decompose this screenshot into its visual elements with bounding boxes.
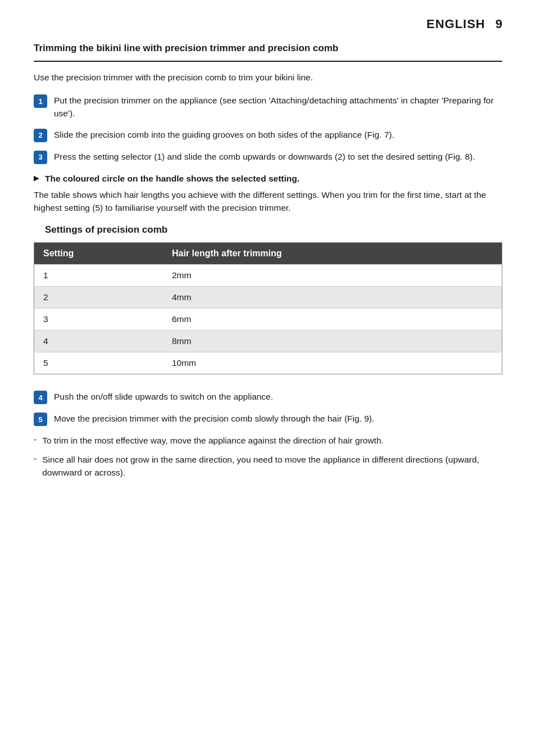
step-item-3: 3 Press the setting selector (1) and sli… [34, 150, 502, 164]
dash-item: -Since all hair does not grow in the sam… [34, 453, 502, 479]
table-cell: 3 [34, 309, 163, 331]
dash-text: To trim in the most effective way, move … [42, 434, 384, 447]
step-text-4: Push the on/off slide upwards to switch … [54, 390, 273, 403]
col-header-setting: Setting [34, 243, 163, 265]
step-item-2: 2 Slide the precision comb into the guid… [34, 128, 502, 142]
dash-list: -To trim in the most effective way, move… [34, 434, 502, 479]
bullet-text: The coloured circle on the handle shows … [45, 172, 299, 185]
step-badge-1: 1 [34, 94, 47, 108]
step-badge-2: 2 [34, 129, 47, 142]
subsection-title: Settings of precision comb [45, 224, 502, 236]
header: ENGLISH 9 [34, 17, 502, 31]
table-row: 48mm [34, 331, 502, 352]
table-row: 24mm [34, 287, 502, 309]
dash-text: Since all hair does not grow in the same… [42, 453, 502, 479]
section-title: Trimming the bikini line with precision … [34, 42, 502, 55]
dash-item: -To trim in the most effective way, move… [34, 434, 502, 447]
col-header-hair-length: Hair length after trimming [163, 243, 502, 265]
dash-symbol: - [34, 454, 37, 464]
table-cell: 2 [34, 287, 163, 309]
step-text-5: Move the precision trimmer with the prec… [54, 412, 374, 425]
step-badge-5: 5 [34, 413, 47, 426]
step-text-2: Slide the precision comb into the guidin… [54, 128, 394, 141]
step-text-3: Press the setting selector (1) and slide… [54, 150, 475, 163]
step-badge-3: 3 [34, 151, 47, 164]
settings-table: Setting Hair length after trimming 12mm2… [34, 242, 502, 374]
steps-list-after: 4 Push the on/off slide upwards to switc… [34, 390, 502, 426]
table-header-row: Setting Hair length after trimming [34, 243, 502, 265]
step-item-4: 4 Push the on/off slide upwards to switc… [34, 390, 502, 404]
note-text: The table shows which hair lengths you a… [34, 188, 502, 215]
step-item-5: 5 Move the precision trimmer with the pr… [34, 412, 502, 426]
table-cell: 1 [34, 265, 163, 287]
table-cell: 6mm [163, 309, 502, 331]
step-item-1: 1 Put the precision trimmer on the appli… [34, 94, 502, 120]
step-text-1: Put the precision trimmer on the applian… [54, 94, 502, 120]
step-badge-4: 4 [34, 391, 47, 404]
steps-list: 1 Put the precision trimmer on the appli… [34, 94, 502, 164]
section-title-block: Trimming the bikini line with precision … [34, 42, 502, 62]
table-cell: 5 [34, 352, 163, 374]
table-cell: 10mm [163, 352, 502, 374]
table-row: 12mm [34, 265, 502, 287]
table-cell: 4mm [163, 287, 502, 309]
table-cell: 2mm [163, 265, 502, 287]
page-number: 9 [496, 17, 502, 31]
bullet-triangle-icon: ▶ [34, 174, 39, 182]
dash-symbol: - [34, 434, 37, 445]
bullet-item: ▶ The coloured circle on the handle show… [34, 172, 502, 185]
table-cell: 8mm [163, 331, 502, 352]
table-row: 36mm [34, 309, 502, 331]
language-label: ENGLISH [426, 17, 485, 31]
table-row: 510mm [34, 352, 502, 374]
table-cell: 4 [34, 331, 163, 352]
intro-text: Use the precision trimmer with the preci… [34, 71, 502, 84]
